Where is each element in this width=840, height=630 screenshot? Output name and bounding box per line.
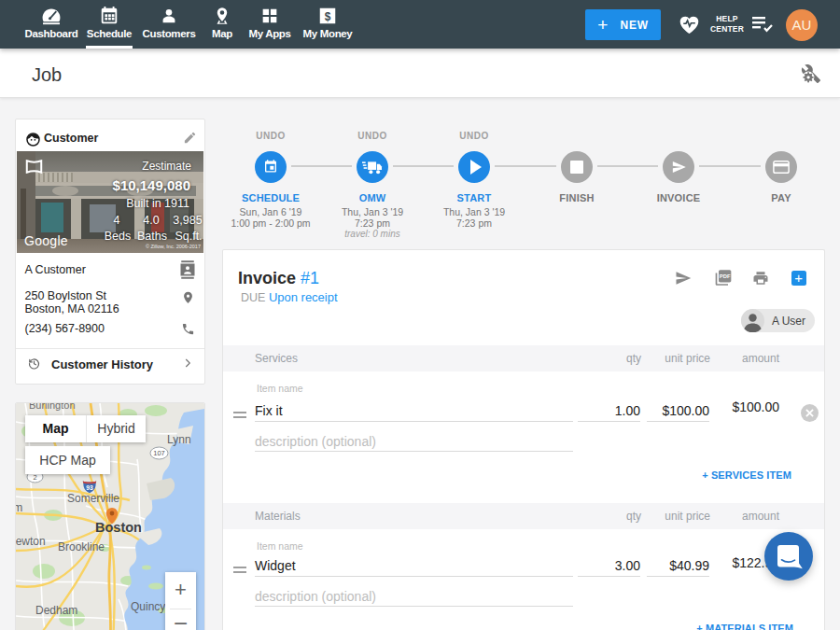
svg-text:93: 93 (86, 484, 93, 491)
svg-text:107: 107 (153, 449, 165, 457)
svg-text:PDF: PDF (720, 273, 731, 279)
svg-text:2: 2 (33, 473, 36, 482)
svg-text:$: $ (325, 10, 331, 23)
